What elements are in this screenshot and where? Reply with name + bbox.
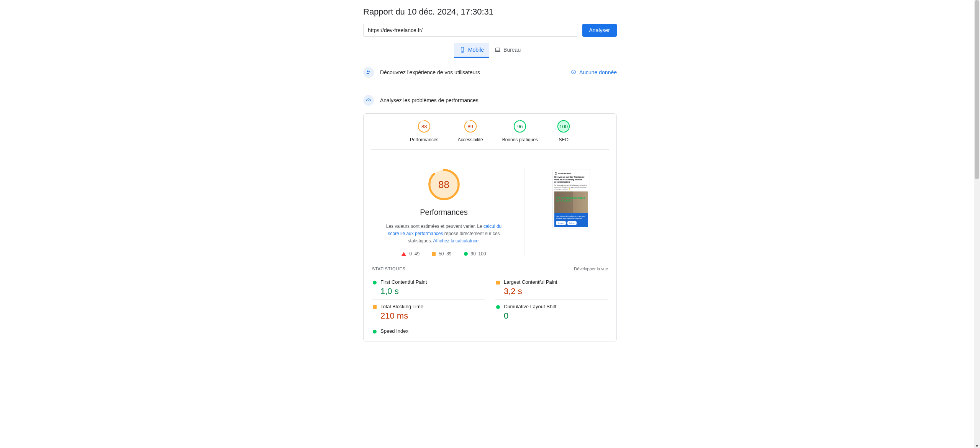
url-row: Analyser bbox=[363, 24, 617, 37]
perf-issues-title: Analysez les problèmes de performances bbox=[380, 97, 479, 103]
gauge-bonnes-pratiques[interactable]: 96 Bonnes pratiques bbox=[502, 120, 538, 142]
metric-value: 3,2 s bbox=[504, 286, 608, 296]
gauge-label: Accessibilité bbox=[458, 137, 483, 142]
metric-first-contentful-paint: First Contentful Paint 1,0 s bbox=[372, 275, 485, 299]
users-icon bbox=[363, 67, 374, 78]
svg-rect-2 bbox=[496, 48, 500, 51]
svg-line-9 bbox=[369, 100, 370, 101]
circle-green-icon bbox=[373, 330, 377, 334]
square-orange-icon bbox=[496, 281, 500, 284]
device-tabs: Mobile Bureau bbox=[363, 43, 617, 58]
analyse-button[interactable]: Analyser bbox=[582, 24, 617, 37]
metric-total-blocking-time: Total Blocking Time 210 ms bbox=[372, 299, 485, 324]
gauge-accessibilité[interactable]: 89 Accessibilité bbox=[458, 120, 483, 142]
perf-description: Les valeurs sont estimées et peuvent var… bbox=[385, 223, 503, 245]
gauge-seo[interactable]: 100 SEO bbox=[557, 120, 570, 142]
expand-view-link[interactable]: Développer la vue bbox=[574, 267, 608, 271]
speedometer-icon bbox=[363, 95, 374, 106]
svg-point-5 bbox=[369, 71, 370, 72]
legend: 0–49 50–89 90–100 bbox=[402, 251, 486, 257]
svg-point-4 bbox=[367, 70, 369, 72]
no-data-link[interactable]: Aucune donnée bbox=[571, 69, 617, 76]
big-gauge: 88 bbox=[428, 168, 461, 201]
calculator-link[interactable]: Affichez la calculatrice bbox=[433, 238, 479, 244]
metric-name: First Contentful Paint bbox=[380, 279, 485, 285]
metric-value: 0 bbox=[504, 311, 608, 321]
metric-largest-contentful-paint: Largest Contentful Paint 3,2 s bbox=[495, 275, 608, 299]
gauge-score: 100 bbox=[557, 120, 570, 133]
circle-green-icon bbox=[464, 252, 468, 256]
url-input[interactable] bbox=[363, 24, 578, 37]
gauge-score: 96 bbox=[513, 120, 526, 133]
stats-label: STATISTIQUES bbox=[372, 267, 405, 271]
big-perf-title: Performances bbox=[420, 208, 468, 217]
square-orange-icon bbox=[373, 305, 377, 309]
gauge-score: 89 bbox=[464, 120, 477, 133]
gauge-score: 88 bbox=[418, 120, 431, 133]
gauge-label: SEO bbox=[559, 137, 568, 142]
metric-name: Speed Index bbox=[380, 328, 485, 334]
gauge-label: Bonnes pratiques bbox=[502, 137, 538, 142]
big-gauge-score: 88 bbox=[428, 168, 461, 201]
tab-desktop-label: Bureau bbox=[503, 47, 521, 53]
metric-name: Total Blocking Time bbox=[380, 304, 485, 309]
tab-mobile[interactable]: Mobile bbox=[454, 43, 489, 58]
smartphone-icon bbox=[459, 47, 465, 53]
metric-speed-index: Speed Index bbox=[372, 324, 485, 338]
tab-desktop[interactable]: Bureau bbox=[489, 43, 526, 58]
tab-mobile-label: Mobile bbox=[468, 47, 484, 53]
laptop-icon bbox=[495, 47, 501, 53]
metric-value: 1,0 s bbox=[380, 286, 485, 296]
gauge-label: Performances bbox=[410, 137, 439, 142]
divider bbox=[363, 87, 617, 87]
circle-green-icon bbox=[496, 305, 500, 309]
gauge-performances[interactable]: 88 Performances bbox=[410, 120, 439, 142]
scrollbar-thumb[interactable] bbox=[975, 0, 979, 179]
circle-green-icon bbox=[373, 281, 377, 284]
metric-name: Cumulative Layout Shift bbox=[504, 304, 608, 309]
screenshot-preview: Dev-Freelance Bienvenue sur Dev-Freelanc… bbox=[552, 170, 590, 229]
metric-name: Largest Contentful Paint bbox=[504, 279, 608, 285]
performance-card: 88 Performances 89 Accessibilité 96 Bonn… bbox=[363, 113, 617, 342]
report-title: Rapport du 10 déc. 2024, 17:30:31 bbox=[363, 7, 617, 17]
scrollbar[interactable] bbox=[974, 0, 980, 357]
info-icon bbox=[571, 69, 576, 76]
square-orange-icon bbox=[432, 252, 436, 256]
no-data-label: Aucune donnée bbox=[579, 69, 617, 75]
metric-value: 210 ms bbox=[380, 311, 485, 321]
metric-cumulative-layout-shift: Cumulative Layout Shift 0 bbox=[495, 299, 608, 324]
user-experience-title: Découvrez l'expérience de vos utilisateu… bbox=[380, 69, 480, 75]
triangle-red-icon bbox=[402, 252, 406, 256]
